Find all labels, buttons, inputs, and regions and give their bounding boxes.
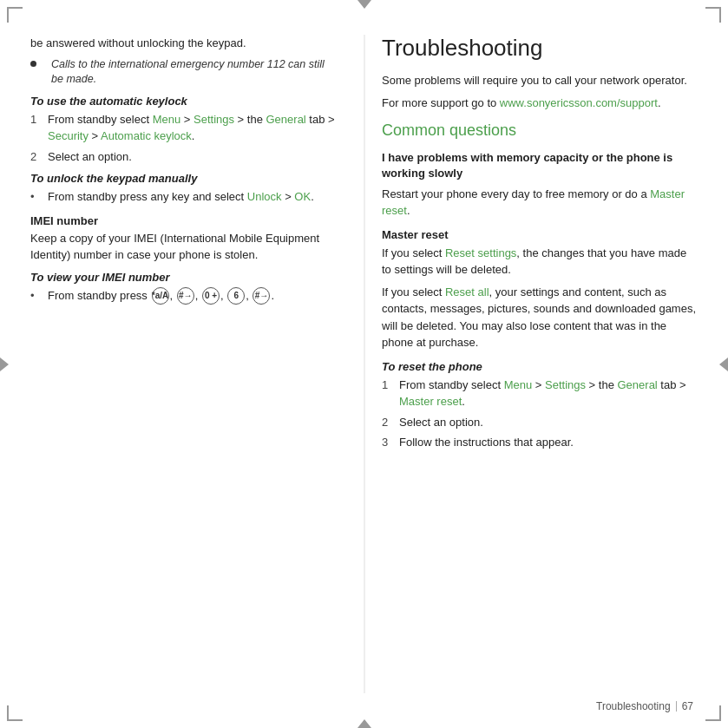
view-imei-heading: To view your IMEI number	[30, 271, 338, 284]
unlock-heading: To unlock the keypad manually	[30, 172, 338, 185]
left-column: be answered without unlocking the keypad…	[30, 35, 351, 693]
reset-phone-heading: To reset the phone	[382, 360, 698, 373]
master-reset-p2: If you select Reset all, your settings a…	[382, 284, 698, 351]
corner-mark-br	[705, 705, 721, 721]
step-2-text: Select an option.	[48, 148, 132, 166]
side-mark-left	[0, 357, 9, 371]
note-text: Calls to the international emergency num…	[51, 57, 338, 88]
side-mark-right	[719, 357, 728, 371]
imei-step-text: From standby press *a/A, #→, 0 +, 6, #→.	[48, 287, 274, 305]
general-link: General	[266, 113, 306, 126]
bullet-dot: •	[30, 188, 43, 206]
security-link: Security	[48, 129, 89, 142]
note-item: Calls to the international emergency num…	[30, 57, 338, 88]
master-reset-heading: Master reset	[382, 228, 698, 241]
footer-section: Troubleshooting	[596, 700, 671, 712]
automatic-keylock-link: Automatic keylock	[101, 129, 192, 142]
key-hash2: #→	[253, 287, 270, 305]
note-dot	[30, 61, 36, 67]
reset-settings-link: Reset settings	[445, 246, 516, 259]
question-1-heading: I have problems with memory capacity or …	[382, 150, 698, 181]
question-1-answer: Restart your phone every day to free mem…	[382, 186, 698, 220]
reset-step-1-text: From standby select Menu > Settings > th…	[399, 377, 698, 410]
key-zero: 0 +	[202, 287, 220, 305]
side-mark-bottom	[357, 719, 371, 728]
master-reset-link-2: Master reset	[399, 395, 462, 408]
key-six: 6	[227, 287, 245, 305]
reset-step-2: 2 Select an option.	[382, 414, 698, 431]
unlock-text: From standby press any key and select Un…	[48, 188, 314, 206]
unlock-link: Unlock	[247, 190, 282, 203]
step-1-num: 1	[30, 111, 43, 145]
reset-step-1-num: 1	[382, 377, 394, 410]
right-column: Troubleshooting Some problems will requi…	[377, 35, 698, 693]
settings-link-2: Settings	[545, 378, 586, 391]
step-1-keylock: 1 From standby select Menu > Settings > …	[30, 111, 338, 145]
page-title: Troubleshooting	[382, 35, 698, 62]
reset-step-1: 1 From standby select Menu > Settings > …	[382, 377, 698, 410]
menu-link-2: Menu	[504, 378, 533, 391]
footer-divider	[676, 701, 677, 712]
reset-step-2-text: Select an option.	[399, 414, 483, 431]
page-footer: Troubleshooting 67	[596, 700, 693, 712]
general-link-2: General	[618, 378, 658, 391]
reset-step-3-text: Follow the instructions that appear.	[399, 434, 574, 451]
intro-p2: For more support go to www.sonyericsson.…	[382, 95, 698, 112]
master-reset-link-1: Master reset	[382, 187, 685, 218]
reset-all-link: Reset all	[445, 285, 489, 298]
footer-page-number: 67	[682, 700, 693, 712]
settings-link: Settings	[193, 113, 234, 126]
imei-step: • From standby press *a/A, #→, 0 +, 6, #…	[30, 287, 338, 305]
corner-mark-bl	[7, 705, 23, 721]
imei-heading: IMEI number	[30, 214, 338, 227]
step-1-text: From standby select Menu > Settings > th…	[48, 111, 338, 145]
key-hash1: #→	[177, 287, 194, 305]
master-reset-p1: If you select Reset settings, the change…	[382, 245, 698, 279]
intro-text: be answered without unlocking the keypad…	[30, 35, 338, 52]
intro-p1: Some problems will require you to call y…	[382, 72, 698, 89]
ok-link: OK	[294, 190, 311, 203]
common-questions-heading: Common questions	[382, 121, 698, 140]
automatic-keylock-heading: To use the automatic keylock	[30, 95, 338, 108]
reset-step-2-num: 2	[382, 414, 394, 431]
note-icon	[30, 57, 44, 88]
imei-text: Keep a copy of your IMEI (International …	[30, 230, 338, 264]
support-url: www.sonyericsson.com/support	[500, 96, 658, 109]
reset-step-3-num: 3	[382, 434, 394, 451]
step-2-keylock: 2 Select an option.	[30, 148, 338, 166]
corner-mark-tl	[7, 7, 23, 23]
unlock-step: • From standby press any key and select …	[30, 188, 338, 206]
reset-step-3: 3 Follow the instructions that appear.	[382, 434, 698, 451]
key-star: *a/A	[152, 287, 169, 305]
side-mark-top	[357, 0, 371, 9]
step-2-num: 2	[30, 148, 43, 166]
page-content: be answered without unlocking the keypad…	[30, 35, 698, 693]
imei-bullet-dot: •	[30, 287, 43, 305]
corner-mark-tr	[705, 7, 721, 23]
menu-link: Menu	[153, 113, 181, 126]
